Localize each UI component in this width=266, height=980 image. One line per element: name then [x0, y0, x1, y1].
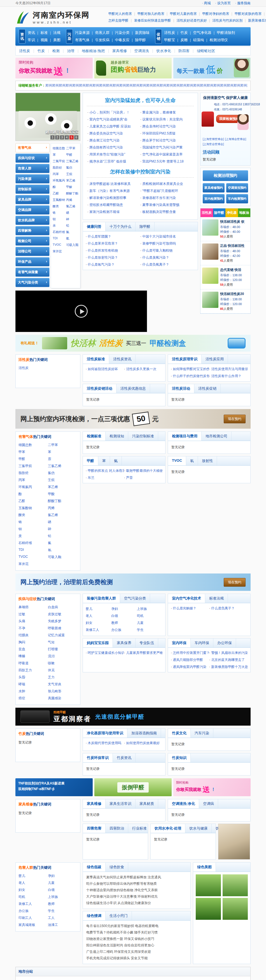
- link-item[interactable]: 呵护宝宝健康成长小知识: [86, 649, 124, 656]
- tab[interactable]: 活性炭原理常识: [168, 355, 202, 364]
- tab[interactable]: 污染控制标准: [128, 432, 158, 441]
- booking-main-button[interactable]: 检测治理预约: [203, 170, 248, 181]
- qa-link[interactable]: 什么是放射性污染？: [86, 254, 140, 261]
- slideshow-page-button[interactable]: 6: [74, 135, 78, 140]
- flyout-link[interactable]: 三氯乙烯: [65, 158, 79, 164]
- news-link[interactable]: 宣战PM2.5元年 需要等上18: [140, 158, 193, 165]
- people-keyword[interactable]: 办公族: [111, 627, 137, 633]
- qa-link[interactable]: 什么是挥发性有机物: [86, 247, 140, 254]
- tab[interactable]: 室内环保: [168, 638, 191, 648]
- keyword-link[interactable]: 装修工人: [19, 900, 48, 907]
- banner-detect-discount[interactable]: 网上预约室内环境检测，一点三项优惠 50 元 现在预约: [16, 409, 250, 429]
- flyout-link[interactable]: 可吸入颗: [65, 242, 79, 248]
- booking-button[interactable]: 空调清洗预约: [226, 183, 248, 192]
- keyword-link[interactable]: 白领: [48, 886, 77, 893]
- tab[interactable]: 装修污染危害人群: [83, 594, 120, 603]
- link-item[interactable]: 通风降低室内甲醛污染: [171, 663, 209, 670]
- qa-link[interactable]: 什么是军团菌？: [86, 233, 140, 240]
- keyword-link[interactable]: 呼吸困难: [48, 625, 77, 632]
- sidebar-menu-item[interactable]: 治理公司: [16, 247, 49, 256]
- keyword-link[interactable]: 油漆工: [48, 921, 77, 928]
- keyword-link[interactable]: 孕妇: [48, 872, 77, 880]
- nav-item[interactable]: 美图: [53, 37, 60, 44]
- article-line[interactable]: 手机充电完成后记得拔掉插头 安全又节能: [86, 955, 187, 961]
- subnav-item[interactable]: 家具维修: [112, 48, 135, 54]
- keyword-link[interactable]: 汞: [19, 533, 48, 539]
- keyword-link[interactable]: 丙苯: [19, 477, 48, 484]
- keyword-link[interactable]: 印刷工人: [19, 915, 48, 921]
- tab[interactable]: 苯: [98, 457, 110, 465]
- keyword-link[interactable]: 头痛: [19, 618, 48, 625]
- nav-item[interactable]: 硅藻纯: [193, 37, 209, 44]
- flyout-link[interactable]: 丙苯: [52, 171, 65, 177]
- keyword-link[interactable]: TDI: [19, 547, 48, 554]
- qa-link[interactable]: 中国十大污染城市排名: [140, 233, 195, 240]
- keyword-link[interactable]: 可吸入颗: [48, 554, 77, 561]
- nav-badge[interactable]: 污染: [66, 29, 73, 44]
- link-item[interactable]: 甲醛的挥发点 对人体危害: [86, 467, 124, 474]
- news-link[interactable]: 板材选购决定甲醛含量: [140, 208, 193, 215]
- link-item[interactable]: 北京的蓝天跑哪里去了: [209, 656, 247, 663]
- sidebar-menu-item[interactable]: 家具品牌: [16, 195, 49, 204]
- nav-item[interactable]: 常识: [28, 37, 40, 44]
- keyword-link[interactable]: 癌症: [19, 695, 48, 702]
- article-line[interactable]: 夏季高温天气如何防止家具甲醛超标释放 注意通风: [86, 874, 187, 881]
- green-photo[interactable]: [196, 874, 221, 896]
- nav-item[interactable]: 引发疾病: [95, 37, 115, 44]
- keyword-link[interactable]: 办公族: [19, 907, 48, 915]
- tab[interactable]: 甲醛: [83, 457, 98, 465]
- slideshow-caption[interactable]: 超萌超可爱熊猫宝宝: [46, 129, 78, 134]
- tab[interactable]: 家具维修: [83, 799, 106, 808]
- link-item[interactable]: 吸附甲醛最强的十大植物: [124, 467, 162, 474]
- keyword-link[interactable]: 儿童: [48, 880, 77, 886]
- tab[interactable]: 行业标准: [128, 824, 151, 833]
- news-section-title[interactable]: 怎样在装修中控制室内污染: [87, 167, 194, 178]
- subnav-item[interactable]: 空调清洗: [135, 48, 157, 54]
- flyout-link[interactable]: 三氯甲烷: [52, 158, 65, 164]
- tab[interactable]: TVOC: [168, 457, 186, 465]
- keyword-link[interactable]: 头昏: [19, 674, 48, 681]
- link-item[interactable]: 什么是光触媒？: [171, 605, 209, 612]
- keyword-link[interactable]: 贫血: [19, 646, 48, 653]
- keyword-link[interactable]: 气短: [48, 639, 77, 646]
- link-item[interactable]: 什么是负离子？: [209, 605, 247, 612]
- tab[interactable]: 检测标准: [83, 432, 106, 441]
- hot-link[interactable]: 活性炭与竹炭的区别: [212, 18, 248, 23]
- tab[interactable]: 加湿器选购指南: [127, 729, 161, 738]
- keyword-link[interactable]: 妇女: [19, 886, 48, 893]
- qa-link[interactable]: 装修甲醛污染可致癌吗: [140, 240, 195, 247]
- hot-link[interactable]: 甲醛对儿童的危害: [170, 11, 203, 16]
- subnav-item[interactable]: 绿蜻蜓社区: [197, 48, 215, 54]
- keyword-link[interactable]: 四肢乏力: [19, 667, 48, 674]
- product-image[interactable]: [202, 220, 218, 235]
- nav-item[interactable]: 甲醛清除剂: [217, 29, 235, 37]
- expo-link[interactable]: [上海博会世博会]: [225, 137, 247, 142]
- tab[interactable]: 妈妈宝宝乐园: [83, 638, 113, 648]
- hot-link[interactable]: 甲醛对孕妇的危害: [202, 11, 234, 16]
- tab[interactable]: 竹炭文化: [168, 729, 191, 738]
- link-item[interactable]: 吊兰: [86, 474, 124, 481]
- flyout-link[interactable]: 苯乙烯: [65, 177, 79, 184]
- people-keyword[interactable]: 孕妇: [111, 605, 137, 612]
- qa-link[interactable]: 什么是氡气污染？: [86, 261, 140, 268]
- play-icon[interactable]: [75, 305, 88, 318]
- green-photo[interactable]: [223, 898, 248, 920]
- tab[interactable]: 室内空气净化技术: [168, 594, 205, 603]
- flyout-link[interactable]: 石棉纤维: [52, 229, 65, 235]
- tab[interactable]: 饮用水净化·处理: [150, 824, 185, 833]
- booking-button[interactable]: 室内检测预约: [203, 194, 225, 204]
- keyword-link[interactable]: 醋酸丁酯: [48, 498, 77, 504]
- keyword-link[interactable]: 水肿: [19, 688, 48, 695]
- people-keyword[interactable]: 老人: [86, 612, 111, 619]
- keyword-link[interactable]: 脂肪烃: [19, 469, 48, 477]
- nav-item[interactable]: 资讯: [28, 29, 40, 37]
- news-link[interactable]: 两会展江论空气污染: [87, 137, 140, 144]
- promo-banner-groupbuy[interactable]: 越多越便宜 团购省钱巨给力: [94, 58, 172, 78]
- tab[interactable]: 活性炭应用: [202, 355, 228, 364]
- news-link[interactable]: 用算术推导出“轻微污染”: [87, 151, 140, 158]
- keyword-link[interactable]: 司机: [19, 893, 48, 900]
- tab[interactable]: 标准法规: [205, 594, 228, 603]
- news-link[interactable]: 两会陈有西论空气污染: [87, 144, 140, 151]
- link-item[interactable]: 活性炭使用方法与用量须知: [209, 366, 247, 372]
- qa-link[interactable]: 什么是可吸入颗粒物: [140, 247, 195, 254]
